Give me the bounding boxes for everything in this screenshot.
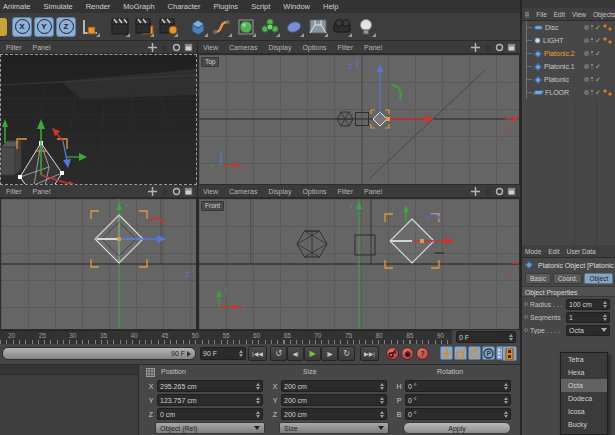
menu-animate[interactable]: Animate bbox=[3, 2, 31, 11]
vp-menu-filter[interactable]: Filter bbox=[338, 44, 354, 51]
vp-menu-cameras[interactable]: Cameras bbox=[229, 44, 257, 51]
visibility-dots[interactable] bbox=[591, 77, 593, 82]
menu-mograph[interactable]: MoGraph bbox=[123, 2, 154, 11]
add-generator-button[interactable] bbox=[235, 16, 257, 38]
clipped-tool-icon[interactable] bbox=[0, 18, 7, 36]
add-cube-button[interactable] bbox=[187, 16, 209, 38]
previous-frame-button[interactable]: ◀| bbox=[287, 346, 304, 361]
option-octa[interactable]: Octa bbox=[561, 379, 607, 392]
axis-x-lock-button[interactable]: X bbox=[12, 17, 32, 37]
loop-playback-button[interactable]: ↻ bbox=[338, 346, 355, 361]
maximize-icon[interactable] bbox=[184, 43, 193, 52]
timeline-scrubber[interactable]: 90 F bbox=[2, 347, 196, 360]
object-item-platonic2[interactable]: Platonic.2 ✓ bbox=[522, 47, 615, 60]
om-menu-file[interactable]: File bbox=[536, 11, 546, 18]
vp-menu-panel[interactable]: Panel bbox=[364, 188, 382, 195]
tag-icons[interactable] bbox=[603, 37, 615, 44]
size-mode-dropdown[interactable]: Size bbox=[279, 422, 389, 434]
position-y-field[interactable]: 123.757 cm bbox=[157, 394, 263, 406]
keying-options-button[interactable] bbox=[502, 346, 517, 361]
stepper[interactable] bbox=[603, 301, 607, 308]
goto-start-button[interactable]: |◀◀ bbox=[248, 346, 267, 361]
stepper[interactable] bbox=[603, 314, 607, 321]
position-x-field[interactable]: 295.265 cm bbox=[157, 380, 263, 392]
visibility-dots[interactable] bbox=[591, 90, 593, 95]
render-settings-button[interactable] bbox=[157, 16, 179, 38]
enabled-check-icon[interactable]: ✓ bbox=[595, 76, 603, 84]
stepper[interactable] bbox=[256, 397, 260, 404]
menu-window[interactable]: Window bbox=[283, 2, 310, 11]
stepper[interactable] bbox=[504, 397, 508, 404]
vp-menu-display[interactable]: Display bbox=[268, 188, 291, 195]
keyframe-position-toggle[interactable] bbox=[440, 346, 453, 360]
stepper[interactable] bbox=[504, 383, 508, 390]
add-spline-button[interactable] bbox=[211, 16, 233, 38]
vp-menu-panel[interactable]: Panel bbox=[33, 188, 51, 195]
object-item-platonic1[interactable]: Platonic.1 ✓ bbox=[522, 60, 615, 73]
viewport-perspective[interactable] bbox=[0, 54, 197, 185]
keyframe-selection-button[interactable]: ? bbox=[416, 347, 429, 360]
object-item-platonic[interactable]: Platonic ✓ bbox=[522, 73, 615, 86]
position-mode-dropdown[interactable]: Object (Rel) bbox=[155, 422, 265, 434]
vp-menu-panel[interactable]: Panel bbox=[33, 44, 51, 51]
zoom-icon[interactable] bbox=[483, 187, 492, 196]
add-scene-object-button[interactable] bbox=[283, 16, 305, 38]
option-hexa[interactable]: Hexa bbox=[561, 366, 607, 379]
maximize-icon[interactable] bbox=[507, 187, 516, 196]
option-icosa[interactable]: Icosa bbox=[561, 405, 607, 418]
position-z-field[interactable]: 0 cm bbox=[157, 408, 263, 420]
radius-field[interactable]: 100 cm bbox=[566, 299, 610, 310]
enabled-check-icon[interactable]: ✓ bbox=[595, 37, 603, 45]
object-item-floor[interactable]: FLOOR ✓ bbox=[522, 86, 615, 99]
rotate-icon[interactable] bbox=[172, 43, 181, 52]
size-z-field[interactable]: 200 cm bbox=[281, 408, 387, 420]
zoom-icon[interactable] bbox=[483, 43, 492, 52]
tab-coord[interactable]: Coord. bbox=[553, 273, 583, 284]
play-backwards-button[interactable]: ↺ bbox=[270, 346, 287, 361]
vp-menu-options[interactable]: Options bbox=[302, 44, 326, 51]
pan-icon[interactable] bbox=[471, 43, 480, 52]
keyframe-rotation-toggle[interactable] bbox=[468, 346, 481, 360]
menu-simulate[interactable]: Simulate bbox=[44, 2, 73, 11]
record-keyframe-button[interactable] bbox=[386, 347, 399, 360]
goto-end-button[interactable]: ▶▶| bbox=[360, 346, 379, 361]
option-bucky[interactable]: Bucky bbox=[561, 418, 607, 431]
menu-help[interactable]: Help bbox=[323, 2, 338, 11]
animation-dot[interactable] bbox=[524, 315, 528, 319]
maximize-icon[interactable] bbox=[507, 43, 516, 52]
visibility-dots[interactable] bbox=[591, 64, 593, 69]
am-menu-mode[interactable]: Mode bbox=[525, 248, 541, 255]
keyframe-scale-toggle[interactable] bbox=[454, 346, 467, 360]
add-deformer-button[interactable] bbox=[259, 16, 281, 38]
vp-menu-filter[interactable]: Filter bbox=[338, 188, 354, 195]
coordinate-system-button[interactable] bbox=[79, 16, 101, 38]
keyframe-parameter-toggle[interactable]: P bbox=[482, 346, 495, 360]
tab-basic[interactable]: Basic bbox=[525, 273, 551, 284]
rotate-icon[interactable] bbox=[495, 43, 504, 52]
current-frame-field[interactable]: 90 F bbox=[200, 347, 246, 360]
add-camera-button[interactable] bbox=[331, 16, 353, 38]
pan-icon[interactable] bbox=[148, 43, 157, 52]
rotation-p-field[interactable]: 0 ° bbox=[405, 394, 511, 406]
add-light-button[interactable] bbox=[355, 16, 377, 38]
stepper[interactable] bbox=[380, 383, 384, 390]
add-stage-button[interactable] bbox=[307, 16, 329, 38]
zoom-icon[interactable] bbox=[160, 187, 169, 196]
tab-object[interactable]: Object bbox=[584, 273, 613, 284]
menu-plugins[interactable]: Plugins bbox=[214, 2, 239, 11]
vp-menu-filter[interactable]: Filter bbox=[6, 188, 22, 195]
enabled-check-icon[interactable]: ✓ bbox=[595, 89, 603, 97]
vp-menu-display[interactable]: Display bbox=[268, 44, 291, 51]
vp-menu-view[interactable]: View bbox=[203, 44, 218, 51]
layer-dot[interactable] bbox=[584, 77, 589, 82]
vp-menu-options[interactable]: Options bbox=[302, 188, 326, 195]
stepper[interactable] bbox=[380, 411, 384, 418]
axis-y-lock-button[interactable]: Y bbox=[34, 17, 54, 37]
om-menu-objects[interactable]: Objects bbox=[593, 11, 615, 18]
menu-script[interactable]: Script bbox=[251, 2, 270, 11]
size-x-field[interactable]: 200 cm bbox=[281, 380, 387, 392]
visibility-dots[interactable] bbox=[591, 25, 593, 30]
enabled-check-icon[interactable]: ✓ bbox=[595, 24, 603, 32]
rotation-h-field[interactable]: 0 ° bbox=[405, 380, 511, 392]
rotate-icon[interactable] bbox=[495, 187, 504, 196]
